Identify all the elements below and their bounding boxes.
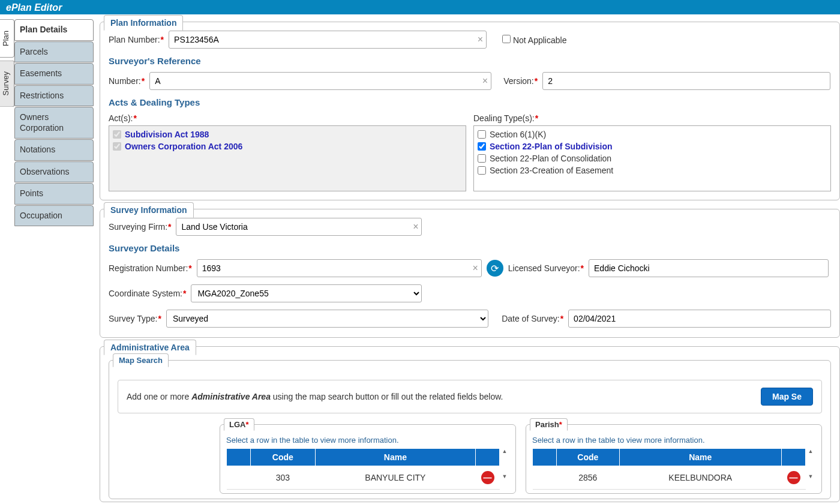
- parish-code: 2856: [557, 466, 620, 490]
- coordinate-system-select[interactable]: MGA2020_Zone55: [191, 284, 422, 302]
- clear-ref-number-icon[interactable]: ×: [482, 76, 488, 86]
- parish-tab: Parish*: [530, 418, 568, 431]
- parish-col-code[interactable]: Code: [557, 449, 620, 466]
- lga-table: Code Name 303 BANYULE CITY: [226, 448, 500, 490]
- sidebar: Plan Details Parcels Easements Restricti…: [14, 14, 94, 504]
- acts-dealing-heading: Acts & Dealing Types: [109, 97, 831, 107]
- table-row[interactable]: 303 BANYULE CITY —: [227, 466, 500, 490]
- act-checkbox[interactable]: [113, 142, 121, 151]
- acts-label: Act(s):: [109, 113, 466, 123]
- content-area: Plan Information Plan Number: × Not Appl…: [94, 14, 840, 504]
- dealing-item[interactable]: Section 6(1)(K): [478, 128, 827, 140]
- surveyor-details-heading: Surveyor Details: [109, 243, 831, 253]
- sidebar-item-owners-corporation[interactable]: Owners Corporation: [14, 107, 94, 139]
- parish-col-action: [782, 449, 806, 466]
- delete-row-button[interactable]: —: [481, 471, 494, 484]
- lga-scrollbar[interactable]: ▲ ▼: [500, 448, 509, 490]
- plan-number-label: Plan Number:: [109, 35, 164, 44]
- dealing-checkbox[interactable]: [478, 154, 486, 163]
- licensed-surveyor-label: Licensed Surveyor:: [508, 263, 584, 273]
- plan-information-panel: Plan Information Plan Number: × Not Appl…: [100, 22, 840, 200]
- dealing-item[interactable]: Section 22-Plan of Consolidation: [478, 152, 827, 164]
- clear-reg-icon[interactable]: ×: [472, 263, 478, 274]
- survey-information-panel: Survey Information Surveying Firm: × Sur…: [100, 209, 840, 338]
- parish-table: Code Name 2856 KEELBUNDORA: [532, 448, 806, 490]
- app-title-bar: ePlan Editor: [0, 0, 840, 14]
- parish-name: KEELBUNDORA: [619, 466, 781, 490]
- parish-col-blank: [533, 449, 557, 466]
- table-row[interactable]: 2856 KEELBUNDORA —: [533, 466, 806, 490]
- parish-hint: Select a row in the table to view more i…: [532, 436, 815, 445]
- dealing-types-label: Dealing Type(s):: [473, 113, 831, 123]
- surveyors-reference-heading: Surveyor's Reference: [109, 56, 831, 66]
- plan-number-input[interactable]: [169, 31, 487, 49]
- scroll-down-icon[interactable]: ▼: [806, 473, 815, 479]
- lga-col-name[interactable]: Name: [315, 449, 475, 466]
- lga-code: 303: [251, 466, 316, 490]
- parish-scrollbar[interactable]: ▲ ▼: [806, 448, 815, 490]
- sidebar-item-easements[interactable]: Easements: [14, 63, 94, 85]
- plan-information-tab: Plan Information: [104, 15, 183, 31]
- dealing-checkbox[interactable]: [478, 142, 486, 151]
- sidebar-item-plan-details[interactable]: Plan Details: [14, 19, 94, 41]
- sidebar-item-occupation[interactable]: Occupation: [14, 205, 94, 227]
- dealing-item[interactable]: Section 23-Creation of Easement: [478, 164, 827, 176]
- surveying-firm-input[interactable]: [176, 218, 422, 236]
- map-search-button[interactable]: Map Se: [761, 388, 813, 406]
- surveying-firm-label: Surveying Firm:: [109, 222, 171, 232]
- not-applicable-wrap[interactable]: Not Applicable: [502, 35, 566, 45]
- act-item-owners-corp[interactable]: Owners Corporation Act 2006: [113, 140, 462, 152]
- coordinate-system-label: Coordinate System:: [109, 289, 186, 298]
- vtab-plan[interactable]: Plan: [0, 19, 14, 58]
- vtab-survey[interactable]: Survey: [0, 60, 14, 107]
- map-search-help-row: Add one or more Administrative Area usin…: [118, 380, 822, 413]
- act-item-subdivision[interactable]: Subdivision Act 1988: [113, 128, 462, 140]
- administrative-area-panel: Administrative Area Map Search Add one o…: [100, 346, 840, 502]
- licensed-surveyor-input[interactable]: [589, 259, 829, 277]
- survey-information-tab: Survey Information: [104, 202, 194, 218]
- ref-number-input[interactable]: [149, 72, 491, 90]
- dealing-checkbox[interactable]: [478, 166, 486, 175]
- scroll-up-icon[interactable]: ▲: [806, 448, 815, 454]
- scroll-up-icon[interactable]: ▲: [500, 448, 509, 454]
- sidebar-item-restrictions[interactable]: Restrictions: [14, 85, 94, 107]
- lga-name: BANYULE CITY: [315, 466, 475, 490]
- vertical-tab-strip: Plan Survey: [0, 14, 14, 504]
- dealing-item[interactable]: Section 22-Plan of Subdivision: [478, 140, 827, 152]
- dealing-checkbox[interactable]: [478, 130, 486, 139]
- parish-box: Parish* Select a row in the table to vie…: [526, 424, 822, 494]
- scroll-down-icon[interactable]: ▼: [500, 473, 509, 479]
- date-of-survey-input[interactable]: [568, 310, 831, 328]
- date-of-survey-label: Date of Survey:: [502, 314, 563, 323]
- app-title: ePlan Editor: [6, 2, 62, 13]
- admin-subboxes: LGA* Select a row in the table to view m…: [118, 424, 822, 494]
- not-applicable-checkbox[interactable]: [502, 35, 511, 43]
- act-checkbox[interactable]: [113, 130, 121, 139]
- survey-type-label: Survey Type:: [109, 314, 161, 323]
- clear-plan-number-icon[interactable]: ×: [478, 34, 483, 45]
- sidebar-item-notations[interactable]: Notations: [14, 139, 94, 161]
- ref-number-label: Number:: [109, 76, 145, 86]
- refresh-icon: ⟳: [491, 263, 499, 274]
- dealing-listbox: Section 6(1)(K) Section 22-Plan of Subdi…: [473, 125, 831, 191]
- lga-hint: Select a row in the table to view more i…: [226, 436, 509, 445]
- map-search-tab: Map Search: [113, 353, 169, 367]
- map-search-panel: Map Search Add one or more Administrativ…: [109, 360, 831, 499]
- registration-number-input[interactable]: [197, 259, 482, 277]
- sidebar-item-parcels[interactable]: Parcels: [14, 41, 94, 63]
- lga-col-code[interactable]: Code: [251, 449, 316, 466]
- lga-col-blank: [227, 449, 251, 466]
- acts-listbox: Subdivision Act 1988 Owners Corporation …: [109, 125, 466, 191]
- survey-type-select[interactable]: Surveyed: [166, 310, 488, 328]
- delete-row-button[interactable]: —: [787, 471, 800, 484]
- clear-firm-icon[interactable]: ×: [413, 221, 418, 232]
- sidebar-item-points[interactable]: Points: [14, 183, 94, 205]
- parish-col-name[interactable]: Name: [619, 449, 781, 466]
- registration-number-label: Registration Number:: [109, 263, 192, 273]
- main-layout: Plan Survey Plan Details Parcels Easemen…: [0, 14, 840, 504]
- version-input[interactable]: [542, 72, 830, 90]
- version-label: Version:: [503, 76, 538, 86]
- sidebar-item-observations[interactable]: Observations: [14, 161, 94, 183]
- lga-box: LGA* Select a row in the table to view m…: [220, 424, 516, 494]
- refresh-surveyor-button[interactable]: ⟳: [487, 260, 503, 277]
